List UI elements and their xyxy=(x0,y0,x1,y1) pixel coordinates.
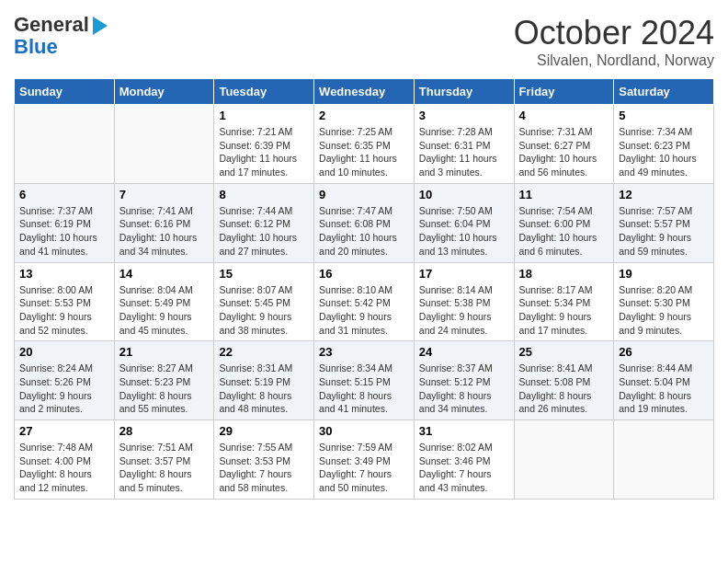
day-info: Sunrise: 7:28 AM Sunset: 6:31 PM Dayligh… xyxy=(419,125,509,179)
calendar-cell: 25Sunrise: 8:41 AM Sunset: 5:08 PM Dayli… xyxy=(514,341,614,420)
calendar-week-5: 27Sunrise: 7:48 AM Sunset: 4:00 PM Dayli… xyxy=(15,420,714,500)
day-number: 7 xyxy=(119,188,210,201)
weekday-header-saturday: Saturday xyxy=(614,79,714,105)
weekday-header-tuesday: Tuesday xyxy=(214,79,314,105)
day-info: Sunrise: 8:17 AM Sunset: 5:34 PM Dayligh… xyxy=(519,283,609,338)
day-number: 4 xyxy=(519,109,609,122)
day-info: Sunrise: 7:34 AM Sunset: 6:23 PM Dayligh… xyxy=(619,125,709,179)
logo-blue: Blue xyxy=(14,35,58,58)
calendar-cell: 5Sunrise: 7:34 AM Sunset: 6:23 PM Daylig… xyxy=(614,105,714,184)
weekday-header-sunday: Sunday xyxy=(15,79,115,105)
weekday-header-friday: Friday xyxy=(514,79,614,105)
calendar-cell: 26Sunrise: 8:44 AM Sunset: 5:04 PM Dayli… xyxy=(614,341,714,420)
day-info: Sunrise: 7:57 AM Sunset: 5:57 PM Dayligh… xyxy=(619,204,709,259)
day-number: 25 xyxy=(519,345,609,359)
day-number: 28 xyxy=(119,424,210,438)
calendar-cell: 4Sunrise: 7:31 AM Sunset: 6:27 PM Daylig… xyxy=(514,105,614,184)
day-info: Sunrise: 7:50 AM Sunset: 6:04 PM Dayligh… xyxy=(419,204,509,259)
day-info: Sunrise: 7:55 AM Sunset: 3:53 PM Dayligh… xyxy=(219,441,309,495)
calendar-table: SundayMondayTuesdayWednesdayThursdayFrid… xyxy=(14,78,714,500)
day-info: Sunrise: 7:21 AM Sunset: 6:39 PM Dayligh… xyxy=(219,125,309,179)
calendar-cell: 22Sunrise: 8:31 AM Sunset: 5:19 PM Dayli… xyxy=(214,341,314,420)
page-header: General Blue October 2024 Silvalen, Nord… xyxy=(14,14,714,69)
calendar-cell: 15Sunrise: 8:07 AM Sunset: 5:45 PM Dayli… xyxy=(214,262,314,341)
calendar-cell: 8Sunrise: 7:44 AM Sunset: 6:12 PM Daylig… xyxy=(214,183,314,262)
weekday-header-thursday: Thursday xyxy=(414,79,514,105)
calendar-cell xyxy=(614,420,714,500)
calendar-cell: 18Sunrise: 8:17 AM Sunset: 5:34 PM Dayli… xyxy=(514,262,614,341)
day-number: 22 xyxy=(219,345,309,359)
calendar-cell: 6Sunrise: 7:37 AM Sunset: 6:19 PM Daylig… xyxy=(15,183,115,262)
calendar-cell: 28Sunrise: 7:51 AM Sunset: 3:57 PM Dayli… xyxy=(114,420,214,500)
calendar-cell: 2Sunrise: 7:25 AM Sunset: 6:35 PM Daylig… xyxy=(314,105,415,184)
day-number: 24 xyxy=(419,345,509,359)
logo-text: General xyxy=(14,14,108,36)
day-number: 9 xyxy=(319,188,409,201)
day-info: Sunrise: 7:59 AM Sunset: 3:49 PM Dayligh… xyxy=(319,441,409,495)
logo: General Blue xyxy=(14,14,108,58)
weekday-header-monday: Monday xyxy=(114,79,214,105)
day-number: 16 xyxy=(319,267,409,281)
day-number: 12 xyxy=(619,188,709,201)
month-title: October 2024 xyxy=(514,14,714,52)
calendar-cell xyxy=(514,420,614,500)
calendar-cell: 1Sunrise: 7:21 AM Sunset: 6:39 PM Daylig… xyxy=(214,105,314,184)
calendar-week-1: 1Sunrise: 7:21 AM Sunset: 6:39 PM Daylig… xyxy=(15,105,714,184)
day-info: Sunrise: 7:37 AM Sunset: 6:19 PM Dayligh… xyxy=(19,204,109,259)
day-number: 13 xyxy=(19,267,109,281)
calendar-cell: 9Sunrise: 7:47 AM Sunset: 6:08 PM Daylig… xyxy=(314,183,415,262)
day-number: 14 xyxy=(119,267,210,281)
day-info: Sunrise: 8:24 AM Sunset: 5:26 PM Dayligh… xyxy=(19,362,109,416)
day-info: Sunrise: 7:51 AM Sunset: 3:57 PM Dayligh… xyxy=(119,441,210,495)
day-number: 10 xyxy=(419,188,509,201)
day-number: 8 xyxy=(219,188,309,201)
day-info: Sunrise: 7:47 AM Sunset: 6:08 PM Dayligh… xyxy=(319,204,409,259)
day-number: 1 xyxy=(219,109,309,122)
day-number: 21 xyxy=(119,345,210,359)
day-number: 11 xyxy=(519,188,609,201)
day-number: 6 xyxy=(19,188,109,201)
title-block: October 2024 Silvalen, Nordland, Norway xyxy=(514,14,714,69)
day-info: Sunrise: 8:31 AM Sunset: 5:19 PM Dayligh… xyxy=(219,362,309,416)
calendar-week-2: 6Sunrise: 7:37 AM Sunset: 6:19 PM Daylig… xyxy=(15,183,714,262)
day-number: 27 xyxy=(19,424,109,438)
calendar-cell: 24Sunrise: 8:37 AM Sunset: 5:12 PM Dayli… xyxy=(414,341,514,420)
calendar-cell: 21Sunrise: 8:27 AM Sunset: 5:23 PM Dayli… xyxy=(114,341,214,420)
calendar-cell: 23Sunrise: 8:34 AM Sunset: 5:15 PM Dayli… xyxy=(314,341,415,420)
day-info: Sunrise: 8:34 AM Sunset: 5:15 PM Dayligh… xyxy=(319,362,409,416)
day-info: Sunrise: 8:20 AM Sunset: 5:30 PM Dayligh… xyxy=(619,283,709,338)
day-number: 3 xyxy=(419,109,509,122)
day-info: Sunrise: 7:48 AM Sunset: 4:00 PM Dayligh… xyxy=(19,441,109,495)
calendar-header-row: SundayMondayTuesdayWednesdayThursdayFrid… xyxy=(15,79,714,105)
calendar-cell: 27Sunrise: 7:48 AM Sunset: 4:00 PM Dayli… xyxy=(15,420,115,500)
day-info: Sunrise: 8:44 AM Sunset: 5:04 PM Dayligh… xyxy=(619,362,709,416)
calendar-week-3: 13Sunrise: 8:00 AM Sunset: 5:53 PM Dayli… xyxy=(15,262,714,341)
calendar-cell: 19Sunrise: 8:20 AM Sunset: 5:30 PM Dayli… xyxy=(614,262,714,341)
day-number: 26 xyxy=(619,345,709,359)
calendar-week-4: 20Sunrise: 8:24 AM Sunset: 5:26 PM Dayli… xyxy=(15,341,714,420)
calendar-cell: 14Sunrise: 8:04 AM Sunset: 5:49 PM Dayli… xyxy=(114,262,214,341)
calendar-cell xyxy=(114,105,214,184)
day-number: 5 xyxy=(619,109,709,122)
calendar-cell: 30Sunrise: 7:59 AM Sunset: 3:49 PM Dayli… xyxy=(314,420,415,500)
calendar-cell: 10Sunrise: 7:50 AM Sunset: 6:04 PM Dayli… xyxy=(414,183,514,262)
day-number: 31 xyxy=(419,424,509,438)
weekday-header-wednesday: Wednesday xyxy=(314,79,415,105)
day-number: 15 xyxy=(219,267,309,281)
day-number: 2 xyxy=(319,109,409,122)
calendar-cell: 11Sunrise: 7:54 AM Sunset: 6:00 PM Dayli… xyxy=(514,183,614,262)
day-info: Sunrise: 8:02 AM Sunset: 3:46 PM Dayligh… xyxy=(419,441,509,495)
day-number: 18 xyxy=(519,267,609,281)
location-subtitle: Silvalen, Nordland, Norway xyxy=(514,52,714,69)
calendar-cell: 3Sunrise: 7:28 AM Sunset: 6:31 PM Daylig… xyxy=(414,105,514,184)
calendar-cell: 17Sunrise: 8:14 AM Sunset: 5:38 PM Dayli… xyxy=(414,262,514,341)
day-info: Sunrise: 8:00 AM Sunset: 5:53 PM Dayligh… xyxy=(19,283,109,338)
calendar-cell: 12Sunrise: 7:57 AM Sunset: 5:57 PM Dayli… xyxy=(614,183,714,262)
day-number: 20 xyxy=(19,345,109,359)
day-info: Sunrise: 8:04 AM Sunset: 5:49 PM Dayligh… xyxy=(119,283,210,338)
day-info: Sunrise: 8:14 AM Sunset: 5:38 PM Dayligh… xyxy=(419,283,509,338)
day-number: 17 xyxy=(419,267,509,281)
day-number: 30 xyxy=(319,424,409,438)
day-info: Sunrise: 8:37 AM Sunset: 5:12 PM Dayligh… xyxy=(419,362,509,416)
calendar-cell: 20Sunrise: 8:24 AM Sunset: 5:26 PM Dayli… xyxy=(15,341,115,420)
